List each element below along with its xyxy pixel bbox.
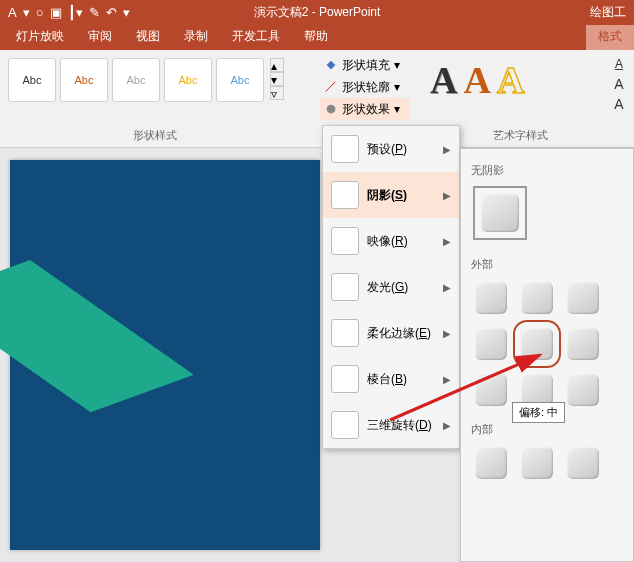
gallery-down-icon[interactable]: ▾ bbox=[270, 72, 284, 86]
section-no-shadow: 无阴影 bbox=[471, 163, 625, 178]
group-icon[interactable]: ▣ bbox=[50, 5, 62, 20]
slide[interactable] bbox=[10, 160, 320, 550]
inner-shadow-grid bbox=[469, 445, 625, 481]
shadow-submenu: 无阴影 外部 内部 bbox=[460, 148, 634, 562]
menu-shadow[interactable]: 阴影(S)▶ bbox=[323, 172, 459, 218]
gallery-up-icon[interactable]: ▴ bbox=[270, 58, 284, 72]
text-options: A A A bbox=[608, 54, 630, 114]
ribbon-tabs: 灯片放映 审阅 视图 录制 开发工具 帮助 格式 bbox=[0, 25, 634, 50]
shape-effects-button[interactable]: 形状效果▾ bbox=[320, 98, 410, 120]
text-effects-icon[interactable]: A bbox=[608, 94, 630, 114]
font-color-icon[interactable]: A bbox=[8, 5, 17, 20]
tab-record[interactable]: 录制 bbox=[172, 23, 220, 50]
tab-view[interactable]: 视图 bbox=[124, 23, 172, 50]
align-icon[interactable]: ┃▾ bbox=[68, 5, 83, 20]
shape-options: 形状填充▾ 形状轮廓▾ 形状效果▾ bbox=[320, 54, 410, 120]
chevron-right-icon: ▶ bbox=[443, 144, 451, 155]
section-outer: 外部 bbox=[471, 257, 625, 272]
tooltip: 偏移: 中 bbox=[512, 402, 565, 423]
svg-point-0 bbox=[327, 105, 336, 114]
dropdown-icon: ▾ bbox=[394, 58, 400, 72]
more-icon[interactable]: ▾ bbox=[123, 5, 130, 20]
shadow-swatch[interactable] bbox=[567, 328, 599, 360]
menu-3d-rotation[interactable]: 三维旋转(D)▶ bbox=[323, 402, 459, 448]
shape-style-thumb[interactable]: Abc bbox=[216, 58, 264, 102]
shape-style-thumb[interactable]: Abc bbox=[164, 58, 212, 102]
tab-review[interactable]: 审阅 bbox=[76, 23, 124, 50]
quick-access-toolbar: A ▾ ○ ▣ ┃▾ ✎ ↶ ▾ bbox=[8, 5, 130, 20]
chevron-right-icon: ▶ bbox=[443, 420, 451, 431]
tab-help[interactable]: 帮助 bbox=[292, 23, 340, 50]
shadow-swatch[interactable] bbox=[567, 282, 599, 314]
shadow-swatch[interactable] bbox=[521, 282, 553, 314]
shadow-swatch[interactable] bbox=[475, 374, 507, 406]
shape-style-thumb[interactable]: Abc bbox=[112, 58, 160, 102]
shadow-swatch[interactable] bbox=[521, 447, 553, 479]
shape-effects-menu: 预设(P)▶ 阴影(S)▶ 映像(R)▶ 发光(G)▶ 柔化边缘(E)▶ 棱台(… bbox=[322, 125, 460, 449]
wordart-thumb[interactable]: A bbox=[463, 58, 490, 102]
group-label-shape-styles: 形状样式 bbox=[0, 128, 310, 143]
ribbon: Abc Abc Abc Abc Abc ▴ ▾ ▿ 形状样式 形状填充▾ 形状轮… bbox=[0, 50, 634, 148]
shadow-swatch[interactable] bbox=[567, 447, 599, 479]
shape-style-thumb[interactable]: Abc bbox=[8, 58, 56, 102]
tab-format[interactable]: 格式 bbox=[586, 23, 634, 50]
menu-reflection[interactable]: 映像(R)▶ bbox=[323, 218, 459, 264]
format-painter-icon[interactable]: ✎ bbox=[89, 5, 100, 20]
chevron-right-icon: ▶ bbox=[443, 282, 451, 293]
dropdown-icon[interactable]: ▾ bbox=[23, 5, 30, 20]
chevron-right-icon: ▶ bbox=[443, 236, 451, 247]
shape-outline-button[interactable]: 形状轮廓▾ bbox=[320, 76, 410, 98]
shape-fill-button[interactable]: 形状填充▾ bbox=[320, 54, 410, 76]
menu-preset[interactable]: 预设(P)▶ bbox=[323, 126, 459, 172]
menu-glow[interactable]: 发光(G)▶ bbox=[323, 264, 459, 310]
shadow-swatch[interactable] bbox=[475, 447, 507, 479]
contextual-tab-label: 绘图工 bbox=[590, 4, 626, 21]
wordart-gallery: A A A bbox=[430, 58, 524, 102]
shadow-swatch[interactable] bbox=[475, 282, 507, 314]
chevron-right-icon: ▶ bbox=[443, 374, 451, 385]
shadow-swatch[interactable] bbox=[567, 374, 599, 406]
shadow-swatch[interactable] bbox=[475, 328, 507, 360]
circle-icon[interactable]: ○ bbox=[36, 5, 44, 20]
gallery-more-icon[interactable]: ▿ bbox=[270, 86, 284, 100]
text-fill-icon[interactable]: A bbox=[608, 54, 630, 74]
wordart-thumb[interactable]: A bbox=[497, 58, 524, 102]
section-inner: 内部 bbox=[471, 422, 625, 437]
title-bar: A ▾ ○ ▣ ┃▾ ✎ ↶ ▾ 演示文稿2 - PowerPoint 绘图工 bbox=[0, 0, 634, 25]
outer-shadow-grid bbox=[469, 280, 625, 408]
chevron-right-icon: ▶ bbox=[443, 328, 451, 339]
tab-developer[interactable]: 开发工具 bbox=[220, 23, 292, 50]
menu-bevel[interactable]: 棱台(B)▶ bbox=[323, 356, 459, 402]
chevron-right-icon: ▶ bbox=[443, 190, 451, 201]
dropdown-icon: ▾ bbox=[394, 102, 400, 116]
dropdown-icon: ▾ bbox=[394, 80, 400, 94]
wordart-thumb[interactable]: A bbox=[430, 58, 457, 102]
shadow-none-swatch[interactable] bbox=[473, 186, 527, 240]
undo-icon[interactable]: ↶ bbox=[106, 5, 117, 20]
menu-soft-edges[interactable]: 柔化边缘(E)▶ bbox=[323, 310, 459, 356]
shadow-swatch-offset-center[interactable] bbox=[521, 328, 553, 360]
tab-slideshow[interactable]: 灯片放映 bbox=[4, 23, 76, 50]
window-title: 演示文稿2 - PowerPoint bbox=[254, 4, 381, 21]
selected-shape[interactable] bbox=[0, 260, 194, 412]
text-outline-icon[interactable]: A bbox=[608, 74, 630, 94]
shape-style-thumb[interactable]: Abc bbox=[60, 58, 108, 102]
